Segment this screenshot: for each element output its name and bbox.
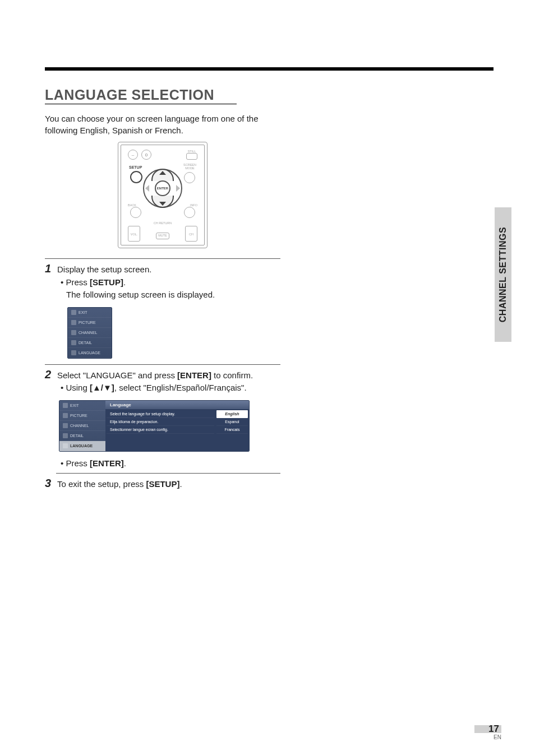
intro-text: You can choose your on screen language f…	[45, 113, 280, 136]
language-icon	[71, 350, 76, 355]
remote-back-button	[130, 207, 141, 218]
menu-options-column: English Espanol Francais	[215, 409, 249, 451]
detail-icon	[71, 340, 76, 345]
menu-desc-row: Elija idioma de preparacion.	[107, 418, 214, 426]
side-tab-label: CHANNEL SETTINGS	[498, 227, 508, 322]
arrow-up-icon	[159, 171, 166, 175]
remote-vol-ch-row: VOL. MUTE CH	[128, 226, 197, 242]
ch-label: CH	[189, 233, 193, 236]
step-1: 1 Display the setup screen.	[45, 262, 280, 276]
page-number: 17	[488, 723, 499, 735]
remote-zero-button: 0	[141, 150, 151, 160]
arrow-left-icon	[145, 185, 149, 192]
step-3: 3 To exit the setup, press [SETUP].	[45, 477, 280, 491]
remote-still-button: STILL	[186, 150, 197, 160]
page-number-bar: 17	[474, 725, 501, 733]
menu-main-body: Select the language for setup display. E…	[105, 409, 249, 451]
picture-icon	[71, 320, 76, 325]
menu-sidebar: EXIT PICTURE CHANNEL DETAIL LANGUAGE	[59, 401, 105, 451]
menu-item-channel: CHANNEL	[68, 328, 112, 338]
press-enter-bullet: • Press [ENTER].	[61, 457, 280, 470]
channel-icon	[63, 423, 68, 428]
menu-item-exit: EXIT	[68, 308, 112, 318]
detail-icon	[63, 433, 68, 438]
step-1-bullet-text: The following setup screen is displayed.	[66, 290, 215, 299]
menu-desc-row: Select the language for setup display.	[107, 410, 214, 418]
menu-item-exit: EXIT	[59, 401, 105, 411]
remote-top-row: – 0 STILL	[128, 150, 197, 160]
menu-item-label: EXIT	[70, 403, 79, 407]
menu-item-label: LANGUAGE	[70, 444, 93, 448]
menu-item-channel: CHANNEL	[59, 421, 105, 431]
divider	[45, 364, 280, 365]
menu-main-header: Language	[105, 401, 249, 409]
section-title-wrap: LANGUAGE SELECTION	[45, 87, 237, 105]
menu-item-label: PICTURE	[79, 321, 96, 324]
menu-main-panel: Language Select the language for setup d…	[105, 401, 249, 451]
page-footer: 17 EN	[474, 725, 501, 740]
menu-item-language: LANGUAGE	[68, 348, 112, 358]
step-1-bullet: • Press [SETUP]. The following setup scr…	[61, 276, 280, 302]
exit-icon	[71, 310, 76, 315]
remote-enter-button: ENTER	[155, 180, 170, 196]
menu-screenshot-small: EXIT PICTURE CHANNEL DETAIL LANGUAGE	[67, 307, 112, 359]
remote-ch-return-label: CH RETURN	[154, 221, 172, 225]
remote-info-label: INFO	[190, 203, 197, 207]
content-area: LANGUAGE SELECTION You can choose your o…	[45, 87, 280, 491]
menu-item-picture: PICTURE	[68, 318, 112, 328]
remote-setup-button	[130, 171, 142, 183]
step-number: 3	[45, 477, 53, 490]
language-icon	[63, 443, 68, 448]
menu-option-english: English	[216, 410, 248, 418]
step-2-bullet: • Using [▲/▼], select "English/Español/F…	[61, 382, 280, 395]
step-text: Select "LANGUAGE" and press [ENTER] to c…	[57, 369, 253, 382]
remote-mute-button: MUTE	[156, 233, 169, 239]
divider	[56, 473, 280, 474]
mute-label: MUTE	[158, 232, 167, 239]
remote-inner: – 0 STILL SETUP SCREEN MODE ENT	[121, 145, 205, 245]
side-tab: CHANNEL SETTINGS	[495, 207, 511, 342]
remote-setup-label: SETUP	[129, 165, 142, 169]
remote-diagram: – 0 STILL SETUP SCREEN MODE ENT	[118, 142, 207, 248]
menu-desc-column: Select the language for setup display. E…	[105, 409, 215, 451]
menu-item-label: CHANNEL	[79, 331, 97, 335]
section-title: LANGUAGE SELECTION	[45, 87, 214, 103]
arrow-right-icon	[176, 185, 180, 192]
step-number: 2	[45, 368, 53, 381]
menu-item-detail: DETAIL	[59, 431, 105, 441]
menu-item-detail: DETAIL	[68, 338, 112, 348]
menu-item-language-selected: LANGUAGE	[59, 441, 105, 451]
remote-dash-button: –	[128, 150, 138, 160]
still-label: STILL	[186, 150, 197, 153]
still-rect	[186, 153, 197, 160]
divider	[45, 258, 280, 259]
menu-item-label: DETAIL	[70, 434, 84, 438]
menu-item-label: DETAIL	[79, 341, 92, 345]
menu-item-label: CHANNEL	[70, 424, 89, 428]
picture-icon	[63, 413, 68, 418]
menu-item-label: PICTURE	[70, 414, 87, 418]
menu-item-label: EXIT	[79, 310, 87, 314]
step-text: To exit the setup, press [SETUP].	[57, 478, 182, 491]
step-number: 1	[45, 262, 53, 275]
remote-info-button	[184, 207, 195, 218]
remote-vol-rocker: VOL.	[128, 226, 140, 242]
remote-ch-rocker: CH	[185, 226, 197, 242]
menu-option-espanol: Espanol	[216, 418, 248, 426]
menu-screenshot-wide: EXIT PICTURE CHANNEL DETAIL LANGUAGE Lan…	[59, 400, 250, 452]
vol-label: VOL.	[131, 233, 138, 236]
menu-item-picture: PICTURE	[59, 411, 105, 421]
remote-screen-mode-button	[184, 172, 195, 183]
step-text: Display the setup screen.	[57, 263, 151, 276]
menu-desc-row: Selectionner langue ecran config.	[107, 426, 214, 434]
channel-icon	[71, 330, 76, 335]
menu-option-francais: Francais	[216, 426, 248, 434]
arrow-down-icon	[159, 202, 166, 206]
remote-screen-mode-label: SCREEN MODE	[183, 164, 196, 170]
menu-item-label: LANGUAGE	[79, 351, 100, 355]
header-bar	[45, 67, 494, 71]
exit-icon	[63, 403, 68, 408]
step-2: 2 Select "LANGUAGE" and press [ENTER] to…	[45, 368, 280, 382]
page-lang: EN	[474, 734, 501, 740]
remote-dpad: ENTER	[143, 169, 182, 208]
